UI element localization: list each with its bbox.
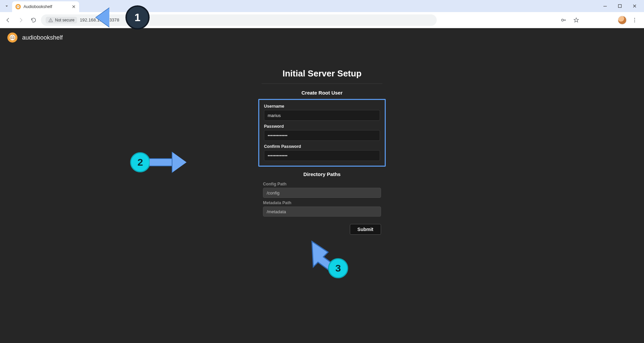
not-secure-chip[interactable]: Not secure [46, 17, 77, 23]
tab-close-icon[interactable]: ✕ [72, 4, 76, 9]
root-user-box: Username Password Confirm Password [258, 99, 386, 167]
tab-favicon [15, 4, 21, 9]
app-header: audiobookshelf [0, 28, 644, 47]
url-text: 192.168.1.18:13378 [80, 17, 119, 22]
bookmark-star-icon[interactable] [572, 15, 581, 25]
password-input[interactable] [264, 130, 380, 141]
svg-point-8 [561, 19, 564, 21]
svg-rect-2 [18, 6, 18, 7]
warning-icon [48, 18, 53, 22]
window-close-icon[interactable] [627, 1, 642, 11]
confirm-password-input[interactable] [264, 150, 380, 161]
metadata-path-input [263, 207, 381, 217]
app-logo-icon [7, 33, 17, 43]
annotation-3-circle: 3 [328, 258, 348, 278]
section-title-root-user: Create Root User [258, 90, 386, 96]
app-name: audiobookshelf [22, 34, 63, 41]
password-key-icon[interactable] [559, 15, 568, 25]
annotation-2-circle: 2 [130, 152, 150, 172]
svg-rect-15 [13, 37, 14, 39]
annotation-3-number: 3 [335, 263, 341, 274]
app-viewport: audiobookshelf Initial Server Setup Crea… [0, 28, 644, 343]
page-title: Initial Server Setup [258, 68, 386, 83]
svg-rect-14 [12, 37, 12, 39]
svg-rect-5 [619, 5, 622, 8]
window-controls [598, 0, 642, 12]
browser-tab[interactable]: Audiobookshelf ✕ [12, 1, 79, 12]
nav-back-icon[interactable] [3, 15, 13, 25]
confirm-password-label: Confirm Password [264, 144, 380, 149]
svg-rect-13 [11, 37, 11, 39]
submit-button[interactable]: Submit [350, 224, 381, 235]
password-label: Password [264, 124, 380, 129]
svg-rect-7 [51, 21, 51, 21]
not-secure-label: Not secure [55, 18, 74, 22]
tabs-dropdown-icon[interactable] [3, 2, 11, 10]
window-minimize-icon[interactable] [598, 1, 612, 11]
annotation-2-number: 2 [138, 157, 143, 168]
section-title-paths: Directory Paths [258, 171, 386, 177]
svg-rect-6 [51, 19, 51, 20]
nav-reload-icon[interactable] [28, 15, 39, 25]
username-input[interactable] [264, 110, 380, 121]
browser-chrome: Audiobookshelf ✕ Not secure 192.168.1.18… [0, 0, 644, 28]
nav-forward-icon[interactable] [15, 15, 26, 25]
profile-avatar[interactable] [618, 16, 627, 24]
window-maximize-icon[interactable] [612, 1, 627, 11]
tab-title: Audiobookshelf [23, 4, 69, 9]
kebab-menu-icon[interactable] [630, 15, 639, 25]
metadata-path-label: Metadata Path [263, 201, 381, 205]
svg-point-9 [634, 18, 635, 19]
username-label: Username [264, 104, 380, 109]
config-path-input [263, 188, 381, 198]
svg-rect-3 [19, 6, 19, 7]
svg-rect-4 [603, 6, 607, 6]
paths-box: Config Path Metadata Path [258, 182, 386, 217]
svg-point-11 [634, 21, 635, 22]
svg-marker-16 [312, 241, 336, 272]
svg-rect-1 [17, 6, 18, 7]
config-path-label: Config Path [263, 182, 381, 186]
setup-form: Initial Server Setup Create Root User Us… [258, 68, 386, 235]
tab-strip: Audiobookshelf ✕ [0, 0, 644, 12]
svg-point-10 [634, 19, 635, 20]
browser-toolbar: Not secure 192.168.1.18:13378 [0, 12, 644, 28]
divider [262, 83, 382, 84]
address-bar[interactable]: Not secure 192.168.1.18:13378 [41, 14, 437, 26]
